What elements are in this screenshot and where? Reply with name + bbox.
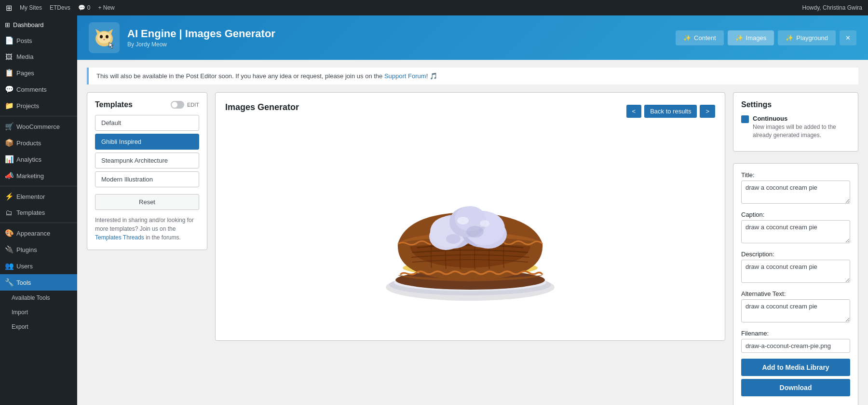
admin-bar-comments[interactable]: 💬 0 (78, 4, 91, 11)
sidebar-item-media[interactable]: 🖼 Media (0, 49, 77, 65)
sidebar-item-plugins[interactable]: 🔌 Plugins (0, 241, 77, 258)
media-icon: 🖼 (5, 53, 13, 61)
download-button[interactable]: Download (741, 379, 850, 396)
template-item-modern[interactable]: Modern Illustration (95, 171, 199, 187)
templates-panel: Templates EDIT Default Ghibli Inspired S… (87, 92, 207, 250)
svg-point-1 (97, 32, 111, 43)
nav-playground-button[interactable]: ✨ Playground (778, 30, 836, 45)
image-display (225, 128, 715, 331)
posts-icon: 📄 (5, 36, 13, 45)
svg-point-22 (457, 217, 469, 224)
nav-images-button[interactable]: ✨ Images (728, 30, 774, 45)
template-item-steampunk[interactable]: Steampunk Architecture (95, 153, 199, 168)
sidebar-item-appearance[interactable]: 🎨 Appearance (0, 225, 77, 241)
page-content: This will also be available in the Post … (77, 60, 868, 405)
content-star-icon: ✨ (683, 34, 691, 42)
projects-icon: 📁 (5, 101, 13, 110)
svg-marker-7 (109, 42, 113, 49)
add-to-media-library-button[interactable]: Add to Media Library (741, 359, 850, 376)
reset-button[interactable]: Reset (95, 194, 199, 210)
toggle-edit-area: EDIT (171, 101, 199, 109)
sidebar-item-posts[interactable]: 📄 Posts (0, 32, 77, 49)
analytics-icon: 📊 (5, 155, 13, 164)
edit-toggle[interactable] (171, 101, 184, 109)
templates-footer: Interested in sharing and/or looking for… (95, 216, 199, 242)
content-area: AI Engine | Images Generator By Jordy Me… (77, 15, 868, 405)
template-item-ghibli[interactable]: Ghibli Inspired (95, 134, 199, 150)
sidebar-item-elementor[interactable]: ⚡ Elementor (0, 188, 77, 205)
filename-field-label: Filename: (741, 330, 850, 337)
admin-bar-mysites[interactable]: My Sites (20, 4, 42, 11)
templates-header: Templates EDIT (95, 100, 199, 109)
sidebar-item-woocommerce[interactable]: 🛒 WooCommerce (0, 118, 77, 135)
plugin-nav: ✨ Content ✨ Images ✨ Playground ✕ (676, 30, 856, 45)
sidebar-item-analytics[interactable]: 📊 Analytics (0, 151, 77, 168)
templates-icon: 🗂 (5, 209, 13, 217)
nav-back-button[interactable]: < (626, 105, 642, 118)
alt-text-field-input[interactable]: draw a coconut cream pie (741, 299, 850, 322)
alt-text-field-label: Alternative Text: (741, 290, 850, 297)
dashboard-icon: ⊞ (5, 21, 10, 28)
continuous-label: Continuous (753, 115, 850, 122)
continuous-desc: New images will be added to the already … (753, 123, 850, 140)
nav-content-button[interactable]: ✨ Content (676, 30, 724, 45)
svg-point-24 (466, 226, 484, 237)
caption-field-label: Caption: (741, 211, 850, 218)
templates-threads-link[interactable]: Templates Threads (95, 234, 144, 241)
comments-icon: 💬 (5, 85, 13, 94)
title-field-label: Title: (741, 171, 850, 179)
appearance-icon: 🎨 (5, 229, 13, 237)
products-icon: 📦 (5, 139, 13, 147)
playground-star-icon: ✨ (786, 34, 793, 42)
sidebar-item-products[interactable]: 📦 Products (0, 135, 77, 151)
plugin-header: AI Engine | Images Generator By Jordy Me… (77, 15, 868, 60)
svg-point-5 (106, 35, 108, 39)
marketing-icon: 📣 (5, 171, 13, 180)
generator-panel: Images Generator < Back to results > (215, 92, 725, 341)
description-field-input[interactable]: draw a coconut cream pie (741, 260, 850, 283)
description-field-group: Description: draw a coconut cream pie (741, 251, 850, 284)
sidebar-item-marketing[interactable]: 📣 Marketing (0, 168, 77, 184)
svg-point-4 (100, 35, 103, 39)
sidebar-item-projects[interactable]: 📁 Projects (0, 98, 77, 114)
nav-close-button[interactable]: ✕ (840, 30, 856, 45)
notice-bar: This will also be available in the Post … (87, 68, 858, 84)
alt-text-field-group: Alternative Text: draw a coconut cream p… (741, 290, 850, 324)
templates-panel-title: Templates (95, 100, 133, 109)
generator-panel-title: Images Generator (225, 102, 299, 112)
elementor-icon: ⚡ (5, 192, 13, 201)
images-star-icon: ✨ (735, 34, 743, 42)
continuous-setting-row: Continuous New images will be added to t… (741, 115, 850, 140)
sidebar-item-tools[interactable]: 🔧 Tools (0, 274, 77, 291)
template-item-default[interactable]: Default (95, 115, 199, 131)
filename-field-input[interactable] (741, 339, 850, 353)
sidebar-subitem-import[interactable]: Import (0, 305, 77, 320)
sidebar-item-comments[interactable]: 💬 Comments (0, 81, 77, 98)
wp-logo-icon[interactable]: ⊞ (6, 3, 12, 13)
sidebar-item-templates[interactable]: 🗂 Templates (0, 205, 77, 221)
sidebar: ⊞ Dashboard 📄 Posts 🖼 Media 📋 Pages 💬 Co… (0, 15, 77, 405)
sidebar-item-users[interactable]: 👥 Users (0, 258, 77, 274)
plugin-title-area: AI Engine | Images Generator By Jordy Me… (127, 28, 668, 48)
settings-box: Settings Continuous New images will be a… (733, 92, 858, 152)
generated-image (369, 138, 571, 321)
svg-point-25 (446, 234, 461, 244)
admin-bar-site[interactable]: ETDevs (50, 4, 70, 11)
three-col-layout: Templates EDIT Default Ghibli Inspired S… (87, 92, 858, 405)
back-to-results-button[interactable]: Back to results (644, 105, 697, 118)
sidebar-subitem-available-tools[interactable]: Available Tools (0, 291, 77, 305)
comment-icon: 💬 (78, 4, 85, 11)
continuous-checkbox[interactable] (741, 115, 749, 123)
main-layout: ⊞ Dashboard 📄 Posts 🖼 Media 📋 Pages 💬 Co… (0, 15, 868, 405)
svg-point-6 (103, 39, 105, 40)
sidebar-dashboard[interactable]: ⊞ Dashboard (0, 17, 77, 32)
right-panels: Settings Continuous New images will be a… (733, 92, 858, 405)
title-field-input[interactable]: draw a coconut cream pie (741, 181, 850, 204)
woocommerce-icon: 🛒 (5, 122, 13, 131)
nav-forward-button[interactable]: > (700, 105, 715, 118)
admin-bar-new[interactable]: + New (98, 4, 114, 11)
sidebar-subitem-export[interactable]: Export (0, 320, 77, 334)
caption-field-input[interactable]: draw a coconut cream pie (741, 220, 850, 243)
support-forum-link[interactable]: Support Forum (384, 72, 426, 80)
sidebar-item-pages[interactable]: 📋 Pages (0, 65, 77, 81)
